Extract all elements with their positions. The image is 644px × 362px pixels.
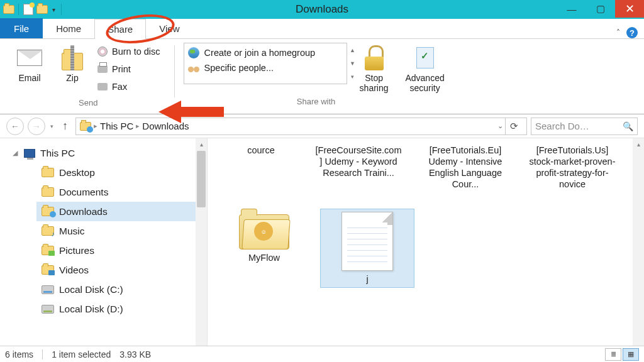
- print-label: Print: [112, 64, 131, 74]
- view-tab[interactable]: View: [146, 18, 192, 38]
- text-file-icon: [341, 212, 393, 271]
- share-with-scroll[interactable]: ▲▼▾: [348, 43, 358, 84]
- specific-label: Specific people...: [204, 63, 274, 73]
- file-label: [FreeTutorials.Eu] Udemy - Intensive Eng…: [421, 145, 509, 190]
- search-input[interactable]: Search Do… 🔍: [531, 118, 638, 135]
- breadcrumb-downloads[interactable]: Downloads: [142, 121, 189, 131]
- search-placeholder: Search Do…: [535, 121, 589, 131]
- print-button[interactable]: Print: [97, 62, 165, 77]
- share-with-group-label: Share with: [297, 93, 335, 110]
- file-content-pane[interactable]: cource [FreeCourseSite.com] Udemy - Keyw…: [208, 138, 644, 346]
- folder-thumb-icon: ⌾: [239, 209, 289, 250]
- tree-this-pc[interactable]: ◢ This PC: [19, 143, 207, 163]
- tree-videos-label: Videos: [59, 265, 89, 276]
- tree-desktop-label: Desktop: [59, 167, 95, 178]
- breadcrumb-bar[interactable]: ▸ This PC ▸ Downloads ⌄ ⟳: [75, 118, 527, 135]
- qat-separator: [18, 4, 19, 15]
- qat-folder-icon[interactable]: [3, 3, 15, 16]
- share-tab[interactable]: Share: [94, 19, 146, 39]
- qat-separator-2: [61, 4, 62, 15]
- tree-music[interactable]: Music: [36, 221, 207, 241]
- close-button[interactable]: ✕: [615, 0, 644, 18]
- maximize-button[interactable]: ▢: [586, 0, 615, 18]
- email-button[interactable]: Email: [11, 43, 48, 83]
- search-icon: 🔍: [623, 121, 633, 131]
- breadcrumb-chevron-icon-2[interactable]: ▸: [136, 122, 140, 130]
- file-label: j: [366, 273, 368, 285]
- folder-icon: [42, 187, 54, 197]
- tree-local-disk-c[interactable]: Local Disk (C:): [36, 280, 207, 299]
- minimize-button[interactable]: —: [557, 0, 586, 18]
- fax-label: Fax: [112, 82, 127, 92]
- downloads-folder-icon: [42, 207, 54, 216]
- refresh-button[interactable]: ⟳: [505, 118, 523, 135]
- minimize-ribbon-chevron-icon[interactable]: ˄: [616, 28, 620, 37]
- qat-folder-icon-2[interactable]: [36, 3, 48, 16]
- tree-local-disk-d[interactable]: Local Disk (D:): [36, 299, 207, 319]
- breadcrumb-folder-icon: [80, 122, 91, 131]
- quick-access-toolbar: ▾: [3, 3, 64, 16]
- file-item[interactable]: [FreeCourseSite.com] Udemy - Keyword Res…: [314, 145, 402, 190]
- title-bar: ▾ Downloads — ▢ ✕: [0, 0, 644, 19]
- file-item[interactable]: [FreeTutorials.Eu] Udemy - Intensive Eng…: [421, 145, 509, 190]
- file-item[interactable]: cource: [226, 145, 296, 190]
- ribbon-body: Email Zip Burn to disc Print Fax: [0, 39, 644, 114]
- back-button[interactable]: ←: [6, 118, 24, 135]
- file-item[interactable]: ⌾ MyFlow: [226, 209, 302, 287]
- breadcrumb-chevron-icon[interactable]: ▸: [94, 122, 97, 130]
- fax-button[interactable]: Fax: [97, 79, 165, 94]
- file-tab[interactable]: File: [0, 18, 43, 38]
- home-tab[interactable]: Home: [43, 18, 94, 38]
- help-icon[interactable]: ?: [626, 27, 638, 38]
- status-size: 3.93 KB: [119, 349, 151, 359]
- adv-label-1: Advanced: [405, 73, 444, 83]
- main-area: ◢ This PC Desktop Documents Downloads Mu…: [0, 138, 644, 346]
- expand-chevron-icon[interactable]: ◢: [13, 149, 19, 157]
- homegroup-button[interactable]: Create or join a homegroup: [188, 47, 343, 58]
- tree-scrollbar[interactable]: ▴: [196, 138, 207, 346]
- window-controls: — ▢ ✕: [557, 0, 644, 19]
- folder-icon: [42, 168, 54, 177]
- tree-downloads[interactable]: Downloads: [36, 202, 207, 221]
- qat-customize-chevron-icon[interactable]: ▾: [50, 6, 58, 13]
- content-scrollbar[interactable]: ▴: [633, 138, 644, 346]
- tree-disk-d-label: Local Disk (D:): [59, 304, 123, 315]
- view-toggles: ≣ ▦: [605, 348, 639, 361]
- advanced-security-button[interactable]: Advanced security: [401, 43, 449, 93]
- tree-videos[interactable]: Videos: [36, 260, 207, 280]
- nav-tree: ◢ This PC Desktop Documents Downloads Mu…: [0, 138, 208, 346]
- breadcrumb-this-pc[interactable]: This PC: [100, 121, 133, 131]
- music-folder-icon: [42, 226, 54, 236]
- window-title: Downloads: [0, 3, 644, 16]
- history-dropdown-icon[interactable]: ▾: [49, 123, 55, 129]
- burn-to-disc-button[interactable]: Burn to disc: [97, 44, 165, 59]
- homegroup-icon: [188, 47, 199, 58]
- drive-icon: [42, 305, 54, 314]
- icons-view-button[interactable]: ▦: [623, 348, 639, 361]
- file-item-selected[interactable]: j: [321, 209, 414, 287]
- file-label: [FreeCourseSite.com] Udemy - Keyword Res…: [314, 145, 402, 178]
- tree-desktop[interactable]: Desktop: [36, 163, 207, 182]
- tree-pictures[interactable]: Pictures: [36, 241, 207, 260]
- disc-icon: [97, 46, 108, 57]
- stop-sharing-button[interactable]: Stop sharing: [353, 43, 395, 93]
- forward-button[interactable]: →: [28, 118, 45, 135]
- file-item[interactable]: [FreeTutorials.Us] stock-market-proven-p…: [528, 145, 616, 190]
- breadcrumb-expand-icon[interactable]: ⌄: [497, 122, 503, 130]
- file-label: cource: [247, 145, 275, 156]
- send-group-label: Send: [79, 94, 97, 111]
- zip-folder-icon: [60, 45, 85, 70]
- zip-button[interactable]: Zip: [54, 43, 91, 83]
- details-view-button[interactable]: ≣: [605, 348, 621, 361]
- ribbon-group-send: Email Zip Burn to disc Print Fax: [11, 43, 165, 114]
- file-label: [FreeTutorials.Us] stock-market-proven-p…: [528, 145, 616, 190]
- status-bar: 6 items 1 item selected 3.93 KB ≣ ▦: [0, 346, 644, 362]
- tree-documents[interactable]: Documents: [36, 182, 207, 202]
- qat-new-file-icon[interactable]: [22, 3, 35, 16]
- ribbon-group-separator: [174, 45, 175, 97]
- specific-people-button[interactable]: Specific people...: [188, 62, 343, 74]
- zip-label: Zip: [66, 73, 78, 83]
- adv-label-2: security: [409, 83, 440, 93]
- email-label: Email: [18, 73, 40, 83]
- up-button[interactable]: ↑: [58, 119, 72, 133]
